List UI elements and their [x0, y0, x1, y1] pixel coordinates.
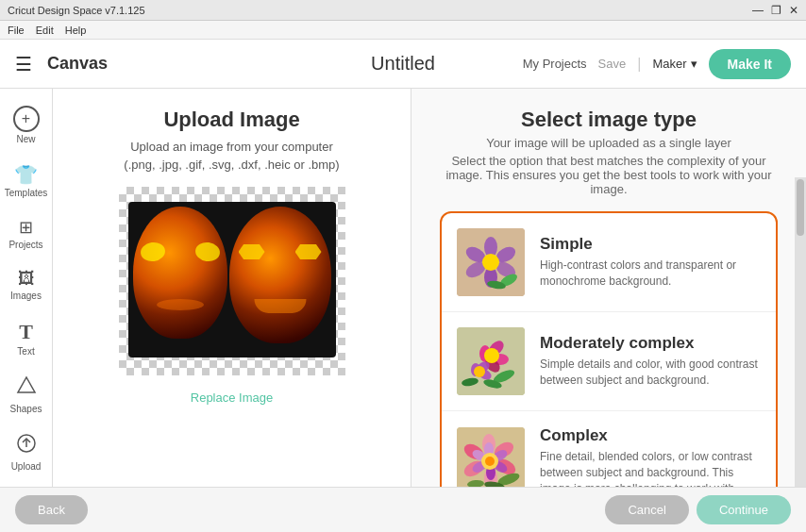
image-type-simple[interactable]: Simple High-contrast colors and transpar… [442, 213, 776, 312]
svg-marker-0 [18, 377, 35, 392]
select-type-title: Select image type [440, 108, 778, 132]
sidebar-upload-label: Upload [11, 461, 42, 472]
complex-thumbnail [457, 427, 525, 495]
upload-title: Upload Image [163, 108, 299, 132]
minimize-button[interactable]: — [752, 4, 764, 17]
make-it-button[interactable]: Make It [709, 49, 791, 79]
maker-selector[interactable]: Maker ▾ [652, 57, 697, 71]
app-title: Cricut Design Space v7.1.125 [8, 5, 145, 16]
sidebar-item-projects[interactable]: ⊞ Projects [0, 208, 52, 259]
title-bar: Cricut Design Space v7.1.125 — ❐ ✕ [0, 0, 806, 21]
select-type-description: Select the option that best matches the … [440, 154, 778, 196]
chevron-down-icon: ▾ [691, 57, 697, 71]
sidebar-templates-label: Templates [5, 188, 48, 198]
maximize-button[interactable]: ❐ [771, 4, 781, 17]
window-controls: — ❐ ✕ [752, 4, 798, 17]
moderate-type-desc: Simple details and color, with good cont… [540, 357, 761, 389]
content-area: Upload Image Upload an image from your c… [53, 89, 806, 532]
menu-bar: File Edit Help [0, 21, 806, 40]
close-button[interactable]: ✕ [789, 4, 798, 17]
checkerboard-background [119, 187, 345, 375]
simple-type-desc: High-contrast colors and transparent or … [540, 258, 761, 290]
sidebar-images-label: Images [10, 291, 42, 301]
my-projects-link[interactable]: My Projects [523, 57, 587, 71]
simple-thumbnail [457, 228, 525, 296]
document-title[interactable]: Untitled [371, 53, 435, 75]
moderate-type-info: Moderately complex Simple details and co… [540, 334, 761, 389]
moderate-type-name: Moderately complex [540, 334, 761, 353]
upload-formats: (.png, .jpg, .gif, .svg, .dxf, .heic or … [124, 158, 339, 172]
back-button[interactable]: Back [15, 495, 88, 524]
upload-preview-container [119, 187, 345, 375]
save-link[interactable]: Save [598, 57, 627, 71]
menu-file[interactable]: File [8, 25, 25, 36]
bottom-bar: Back Cancel Continue [0, 487, 806, 532]
shapes-icon [16, 375, 37, 402]
svg-point-21 [474, 366, 485, 377]
image-types-container: Simple High-contrast colors and transpar… [440, 211, 778, 513]
new-icon: + [13, 106, 40, 132]
sidebar-projects-label: Projects [8, 240, 42, 250]
select-type-panel: Select image type Your image will be upl… [411, 89, 806, 532]
menu-help[interactable]: Help [65, 25, 87, 36]
canvas-label: Canvas [47, 54, 108, 74]
complex-type-name: Complex [540, 426, 761, 445]
sidebar: + New 👕 Templates ⊞ Projects 🖼 Images T … [0, 89, 53, 532]
header-right: My Projects Save | Maker ▾ Make It [523, 49, 791, 79]
bottom-right-buttons: Cancel Continue [605, 495, 791, 524]
sidebar-item-upload[interactable]: Upload [0, 424, 52, 481]
sidebar-new-label: New [16, 134, 35, 144]
sidebar-item-templates[interactable]: 👕 Templates [0, 154, 52, 208]
upload-panel: Upload Image Upload an image from your c… [53, 89, 411, 532]
projects-icon: ⊞ [19, 217, 33, 238]
upload-description: Upload an image from your computer [130, 140, 333, 154]
main-layout: + New 👕 Templates ⊞ Projects 🖼 Images T … [0, 89, 806, 532]
sidebar-item-text[interactable]: T Text [0, 310, 52, 366]
continue-button[interactable]: Continue [697, 495, 791, 524]
header-divider: | [637, 56, 641, 73]
upload-icon [16, 433, 37, 459]
cancel-button[interactable]: Cancel [605, 495, 688, 524]
select-type-subtitle: Your image will be uploaded as a single … [440, 136, 778, 150]
uploaded-image [128, 202, 336, 357]
sidebar-item-shapes[interactable]: Shapes [0, 366, 52, 424]
sidebar-text-label: Text [17, 346, 34, 357]
templates-icon: 👕 [14, 163, 38, 186]
scrollbar-track[interactable] [795, 177, 806, 487]
text-icon: T [19, 320, 33, 344]
header: ☰ Canvas Untitled My Projects Save | Mak… [0, 40, 806, 89]
scrollbar-thumb[interactable] [797, 179, 804, 236]
replace-image-link[interactable]: Replace Image [191, 391, 273, 405]
svg-point-39 [485, 457, 495, 466]
simple-type-info: Simple High-contrast colors and transpar… [540, 235, 761, 290]
svg-point-9 [482, 254, 499, 271]
hamburger-menu[interactable]: ☰ [15, 53, 32, 75]
simple-type-name: Simple [540, 235, 761, 254]
sidebar-item-images[interactable]: 🖼 Images [0, 259, 52, 310]
menu-edit[interactable]: Edit [36, 25, 54, 36]
moderate-thumbnail [457, 327, 525, 395]
images-icon: 🖼 [18, 269, 35, 289]
sidebar-item-new[interactable]: + New [0, 96, 52, 154]
image-type-moderate[interactable]: Moderately complex Simple details and co… [442, 312, 776, 411]
sidebar-shapes-label: Shapes [10, 404, 42, 414]
svg-point-17 [484, 348, 499, 363]
